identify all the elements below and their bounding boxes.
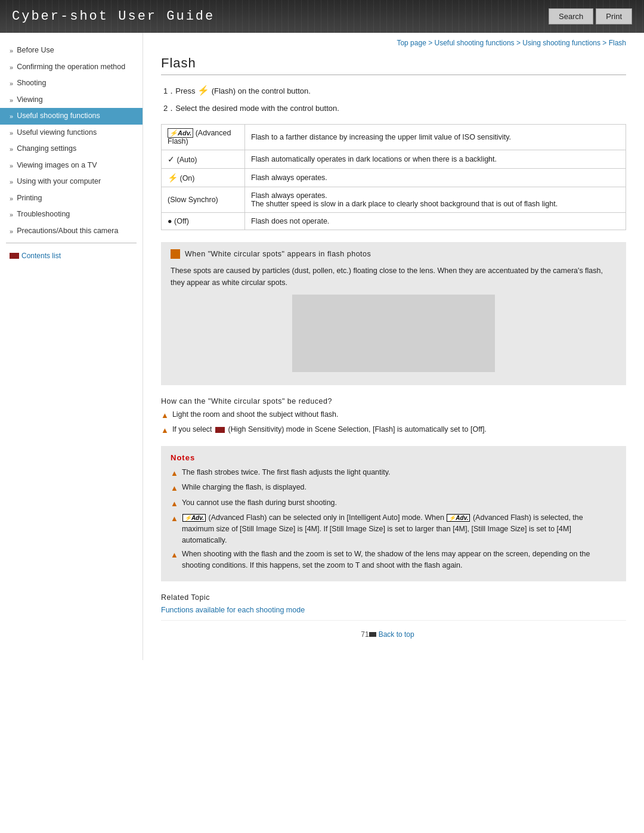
sidebar-bullet: »: [10, 47, 13, 55]
flash-desc-cell: Flash does not operate.: [245, 212, 626, 230]
sidebar-bullet: »: [10, 79, 13, 88]
related-topic-title: Related Topic: [161, 593, 626, 602]
flash-table-row: ✓ (Auto)Flash automatically operates in …: [162, 150, 626, 168]
sidebar-item-label: Useful viewing functions: [17, 128, 97, 138]
back-to-top-link[interactable]: Back to top: [369, 630, 414, 639]
sidebar-divider: [6, 243, 137, 243]
tip-text: Light the room and shoot the subject wit…: [172, 409, 339, 420]
note-triangle-icon: ▲: [171, 482, 178, 494]
sidebar-item-label: Viewing: [17, 95, 43, 106]
warning-triangle-icon: ▲: [161, 425, 169, 436]
note-text: ⚡Adv. (Advanced Flash) can be selected o…: [182, 512, 617, 546]
sidebar-item-label: Precautions/About this camera: [17, 226, 118, 237]
orange-square-icon: [171, 249, 180, 259]
sidebar-bullet: »: [10, 145, 13, 154]
sidebar-bullet: »: [10, 96, 13, 105]
notes-list: ▲The flash strobes twice. The first flas…: [171, 467, 617, 571]
sidebar-item-2[interactable]: »Shooting: [0, 75, 143, 92]
note-text: When shooting with the flash and the zoo…: [182, 549, 617, 571]
contents-list-icon: [10, 253, 19, 259]
contents-list-link[interactable]: Contents list: [0, 247, 143, 262]
sidebar: »Before Use»Confirming the operation met…: [0, 33, 143, 660]
footer: 71 Back to top: [161, 620, 626, 642]
main-layout: »Before Use»Confirming the operation met…: [0, 33, 644, 660]
flash-mode-cell: (Slow Synchro): [162, 187, 245, 212]
white-spots-body: These spots are caused by particles (dus…: [171, 265, 617, 289]
sidebar-item-3[interactable]: »Viewing: [0, 92, 143, 109]
sidebar-item-label: Printing: [17, 193, 42, 204]
breadcrumb[interactable]: Top page > Useful shooting functions > U…: [161, 39, 626, 47]
flash-table-row: ● (Off)Flash does not operate.: [162, 212, 626, 230]
header-buttons: Search Print: [549, 8, 632, 24]
note-triangle-icon: ▲: [171, 467, 178, 479]
flash-table-row: ⚡ (On)Flash always operates.: [162, 168, 626, 187]
sidebar-bullet: »: [10, 194, 13, 203]
sidebar-bullet: »: [10, 112, 13, 121]
sidebar-bullet: »: [10, 63, 13, 72]
sidebar-bullet: »: [10, 129, 13, 138]
header: Cyber-shot User Guide Search Print: [0, 0, 644, 33]
note-triangle-icon: ▲: [171, 549, 178, 561]
white-spots-image: [292, 295, 495, 372]
step-2: 2．Select the desired mode with the contr…: [163, 103, 626, 114]
note-text: While charging the flash, is displayed.: [182, 482, 306, 493]
sidebar-item-label: Confirming the operation method: [17, 62, 125, 73]
white-spots-title: When "White circular spots" appears in f…: [171, 249, 617, 259]
print-button[interactable]: Print: [596, 8, 632, 24]
flash-mode-cell: ● (Off): [162, 212, 245, 230]
page-title: Flash: [161, 55, 626, 75]
sidebar-item-4[interactable]: »Useful shooting functions: [0, 108, 143, 125]
sidebar-item-1[interactable]: »Confirming the operation method: [0, 59, 143, 76]
sidebar-item-0[interactable]: »Before Use: [0, 42, 143, 59]
sidebar-item-5[interactable]: »Useful viewing functions: [0, 125, 143, 141]
notes-title: Notes: [171, 453, 617, 462]
note-text: You cannot use the flash during burst sh…: [182, 497, 337, 509]
sidebar-item-label: Viewing images on a TV: [17, 160, 97, 171]
contents-list-label: Contents list: [21, 252, 61, 260]
sidebar-item-label: Useful shooting functions: [17, 111, 100, 122]
page-number: 71: [361, 630, 369, 639]
sidebar-bullet: »: [10, 227, 13, 236]
note-item-3: ▲⚡Adv. (Advanced Flash) can be selected …: [171, 512, 617, 546]
search-button[interactable]: Search: [549, 8, 593, 24]
note-item-1: ▲While charging the flash, is displayed.: [171, 482, 617, 494]
reduction-section: How can the "White circular spots" be re…: [161, 397, 626, 436]
sidebar-item-11[interactable]: »Precautions/About this camera: [0, 223, 143, 240]
note-item-4: ▲When shooting with the flash and the zo…: [171, 549, 617, 571]
flash-desc-cell: Flash to a farther distance by increasin…: [245, 124, 626, 150]
sidebar-item-label: Changing settings: [17, 144, 76, 154]
note-text: The flash strobes twice. The first flash…: [182, 467, 391, 478]
flash-table-row: (Slow Synchro)Flash always operates. The…: [162, 187, 626, 212]
sidebar-item-10[interactable]: »Troubleshooting: [0, 206, 143, 223]
related-topic: Related Topic Functions available for ea…: [161, 593, 626, 614]
flash-desc-cell: Flash automatically operates in dark loc…: [245, 150, 626, 168]
high-sens-icon: [215, 427, 225, 433]
sidebar-item-7[interactable]: »Viewing images on a TV: [0, 157, 143, 174]
footer-row: 71 Back to top: [161, 630, 626, 639]
flash-table-row: ⚡Adv. (Advanced Flash)Flash to a farther…: [162, 124, 626, 150]
tip-item-0: ▲Light the room and shoot the subject wi…: [161, 409, 626, 422]
sidebar-item-9[interactable]: »Printing: [0, 190, 143, 207]
back-to-top-label: Back to top: [379, 630, 414, 639]
notes-box: Notes ▲The flash strobes twice. The firs…: [161, 446, 626, 581]
note-triangle-icon: ▲: [171, 513, 178, 525]
related-topic-link[interactable]: Functions available for each shooting mo…: [161, 606, 305, 614]
flash-desc-cell: Flash always operates. The shutter speed…: [245, 187, 626, 212]
flash-mode-cell: ⚡ (On): [162, 168, 245, 187]
sidebar-bullet: »: [10, 210, 13, 219]
note-item-2: ▲You cannot use the flash during burst s…: [171, 497, 617, 510]
reduction-title: How can the "White circular spots" be re…: [161, 397, 626, 405]
step-1: 1．Press ⚡ (Flash) on the control button.: [163, 83, 626, 98]
sidebar-item-label: Shooting: [17, 78, 46, 89]
tip-text: If you select (High Sensitivity) mode in…: [172, 424, 487, 435]
header-title: Cyber-shot User Guide: [12, 9, 215, 24]
sidebar-item-8[interactable]: »Using with your computer: [0, 174, 143, 190]
sidebar-bullet: »: [10, 162, 13, 171]
note-item-0: ▲The flash strobes twice. The first flas…: [171, 467, 617, 479]
content-area: Top page > Useful shooting functions > U…: [143, 33, 644, 660]
white-spots-heading: When "White circular spots" appears in f…: [185, 250, 371, 258]
tip-item-1: ▲If you select (High Sensitivity) mode i…: [161, 424, 626, 436]
tips-list: ▲Light the room and shoot the subject wi…: [161, 409, 626, 436]
sidebar-item-6[interactable]: »Changing settings: [0, 141, 143, 157]
sidebar-item-label: Using with your computer: [17, 176, 101, 187]
